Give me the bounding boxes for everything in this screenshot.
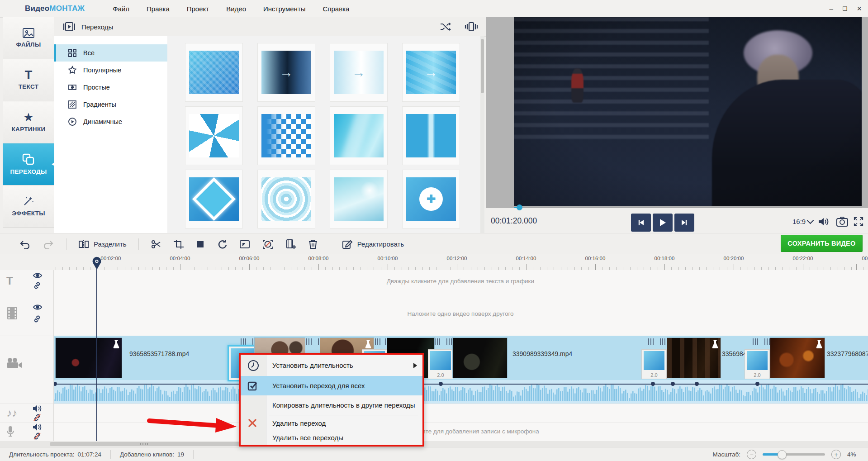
transition-card[interactable] [257, 43, 315, 102]
link-icon[interactable] [33, 281, 42, 290]
transition-badge[interactable]: 2.0 [641, 349, 667, 379]
volume-envelope[interactable] [53, 384, 868, 385]
sidebar-item-transitions[interactable]: ПЕРЕХОДЫ [3, 143, 54, 185]
checkbox-checked-icon [247, 380, 258, 391]
speaker-icon[interactable] [33, 404, 42, 413]
shuffle-icon[interactable] [440, 22, 451, 32]
envelope-keyframe[interactable] [439, 382, 443, 386]
transition-card[interactable] [330, 106, 388, 165]
sidebar-item-effects[interactable]: ЭФФЕКТЫ [3, 185, 54, 228]
menu-project[interactable]: Проект [187, 5, 209, 13]
redo-icon[interactable] [43, 239, 54, 249]
carousel-view-icon[interactable] [465, 21, 478, 32]
clip-thumbnail[interactable] [770, 337, 825, 378]
save-video-button[interactable]: СОХРАНИТЬ ВИДЕО [781, 235, 863, 252]
scrollbar-thumb[interactable] [50, 442, 240, 446]
envelope-keyframe[interactable] [651, 382, 655, 386]
eye-icon[interactable] [33, 304, 43, 311]
flask-icon [711, 340, 719, 349]
zoom-in-button[interactable]: + [831, 450, 841, 459]
link-icon[interactable] [33, 314, 42, 323]
playhead-line[interactable] [96, 265, 97, 441]
next-frame-button[interactable] [674, 214, 694, 232]
menu-help[interactable]: Справка [323, 5, 350, 13]
trash-icon[interactable] [308, 239, 318, 250]
menu-item-delete-all-transitions[interactable]: Удалить все переходы [241, 431, 422, 445]
transition-card[interactable] [185, 170, 243, 228]
envelope-keyframe[interactable] [755, 382, 759, 386]
sidebar-item-files[interactable]: ФАЙЛЫ [3, 17, 54, 59]
speaker-icon[interactable] [33, 423, 42, 431]
unlink-icon[interactable] [33, 432, 42, 441]
transition-card[interactable] [402, 43, 460, 102]
transitions-icon [22, 153, 35, 165]
transition-card[interactable] [330, 170, 388, 228]
envelope-keyframe[interactable] [671, 382, 675, 386]
music-track-lane[interactable] [0, 404, 868, 423]
category-gradients[interactable]: Градиенты [54, 96, 167, 113]
sidebar-item-images[interactable]: ★ КАРТИНКИ [3, 101, 54, 143]
star-outline-icon [68, 66, 77, 75]
transition-card[interactable] [185, 106, 243, 165]
playhead-handle[interactable] [91, 256, 103, 271]
clip-thumbnail[interactable] [452, 337, 508, 378]
chroma-key-icon[interactable] [262, 239, 274, 250]
picture-in-picture-icon[interactable] [239, 239, 250, 249]
transition-card[interactable] [330, 43, 388, 102]
clip-thumbnail[interactable] [55, 337, 122, 378]
sidebar-item-text[interactable]: T ТЕКСТ [3, 59, 54, 101]
scissors-icon[interactable] [151, 239, 161, 249]
undo-icon[interactable] [19, 239, 31, 249]
envelope-keyframe[interactable] [695, 382, 699, 386]
transition-card[interactable] [402, 106, 460, 165]
close-icon[interactable]: × [857, 4, 862, 14]
snapshot-camera-icon[interactable] [836, 216, 849, 227]
menu-item-set-duration[interactable]: Установить длительность [241, 355, 422, 376]
zoom-out-button[interactable]: − [747, 450, 756, 459]
menu-edit[interactable]: Правка [147, 5, 170, 13]
seek-handle[interactable] [517, 204, 522, 210]
stop-square-icon[interactable] [196, 240, 205, 249]
crop-icon[interactable] [173, 239, 184, 249]
category-all[interactable]: Все [54, 44, 167, 62]
menu-item-set-transition-for-all[interactable]: Установить переход для всех [241, 376, 422, 395]
minimize-icon[interactable]: – [829, 5, 833, 13]
menu-video[interactable]: Видео [226, 5, 246, 13]
zoom-slider[interactable] [763, 453, 825, 456]
clip-filename[interactable]: 3390989339349.mp4 [512, 350, 572, 357]
transition-card[interactable] [185, 43, 243, 102]
transition-badge[interactable]: 2.0 [745, 349, 770, 379]
category-dynamic[interactable]: Динамичные [54, 113, 167, 130]
play-button[interactable] [653, 214, 673, 232]
menu-item-copy-duration[interactable]: Копировать длительность в другие переход… [241, 395, 422, 414]
edit-button[interactable]: Редактировать [342, 239, 404, 249]
transition-card[interactable] [257, 170, 315, 228]
eye-icon[interactable] [33, 272, 43, 279]
fullscreen-icon[interactable] [853, 216, 864, 227]
clip-filename[interactable]: 9365853571788.mp4 [129, 350, 189, 357]
clip-filename[interactable]: 332377968087 [827, 350, 868, 357]
menu-item-delete-transition[interactable]: Удалить переход [241, 415, 422, 431]
maximize-icon[interactable]: ❑ [843, 5, 848, 12]
timeline-ruler[interactable]: 00:02:00 00:04:00 00:06:00 00:08:00 00:1… [0, 254, 868, 271]
rotate-icon[interactable] [217, 239, 228, 249]
previous-frame-button[interactable] [631, 214, 651, 232]
menu-tools[interactable]: Инструменты [263, 5, 306, 13]
add-clip-icon[interactable] [285, 239, 296, 250]
category-simple[interactable]: Простые [54, 79, 167, 96]
aspect-ratio-selector[interactable]: 16:9 [792, 218, 813, 225]
transition-badge[interactable]: 2.0 [428, 349, 453, 379]
split-button[interactable]: Разделить [78, 239, 127, 249]
transition-card[interactable] [257, 106, 315, 165]
category-popular[interactable]: Популярные [54, 62, 167, 79]
volume-icon[interactable] [818, 216, 830, 227]
zoom-slider-knob[interactable] [778, 450, 787, 459]
video-preview[interactable] [514, 17, 862, 206]
transitions-scrollbar[interactable] [480, 36, 484, 233]
clip-thumbnail[interactable] [667, 337, 721, 378]
seek-bar[interactable] [514, 207, 862, 208]
timeline-horizontal-scrollbar[interactable] [0, 441, 868, 447]
menu-file[interactable]: Файл [113, 5, 129, 13]
unlink-icon[interactable] [33, 413, 42, 422]
transition-card[interactable] [402, 170, 460, 228]
